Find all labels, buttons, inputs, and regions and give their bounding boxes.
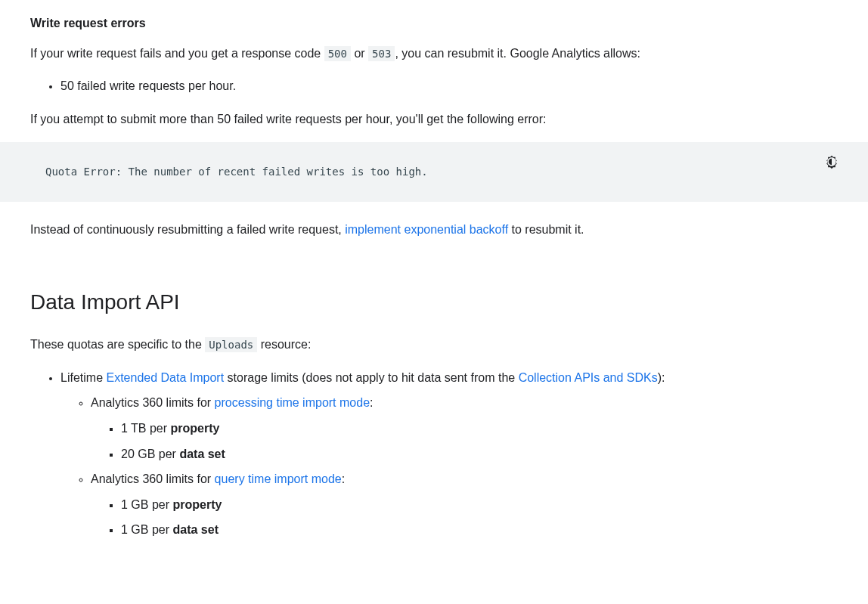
write-errors-intro: If your write request fails and you get … (30, 44, 838, 63)
brightness-icon (824, 154, 839, 169)
text: Analytics 360 limits for (91, 396, 215, 409)
text: 20 GB per (121, 448, 179, 460)
text: ): (658, 371, 665, 384)
backoff-para: Instead of continuously resubmitting a f… (30, 220, 838, 240)
bold-text: property (172, 498, 222, 511)
error-code-text: Quota Error: The number of recent failed… (0, 142, 868, 201)
error-code-block: Quota Error: The number of recent failed… (0, 142, 868, 201)
code-500: 500 (324, 46, 351, 61)
list-item: Analytics 360 limits for query time impo… (91, 469, 838, 540)
text: 1 GB per (121, 523, 172, 536)
text: , you can resubmit it. Google Analytics … (395, 47, 640, 60)
text: : (370, 396, 373, 409)
data-import-heading: Data Import API (30, 286, 838, 320)
extended-data-import-link[interactable]: Extended Data Import (106, 371, 224, 384)
code-uploads: Uploads (205, 337, 257, 352)
list-item: 50 failed write requests per hour. (60, 76, 838, 96)
text: 1 TB per (121, 422, 171, 435)
bold-text: data set (179, 448, 225, 460)
write-errors-heading: Write request errors (30, 14, 838, 33)
backoff-section: Instead of continuously resubmitting a f… (0, 220, 868, 540)
text: Lifetime (60, 371, 106, 384)
text: resource: (257, 338, 311, 351)
documentation-page: Write request errors If your write reque… (0, 0, 868, 576)
write-errors-section: Write request errors If your write reque… (0, 14, 868, 129)
backoff-link[interactable]: implement exponential backoff (345, 223, 508, 236)
text: If your write request fails and you get … (30, 47, 324, 60)
processing-time-link[interactable]: processing time import mode (215, 396, 370, 409)
list-item: Analytics 360 limits for processing time… (91, 393, 838, 463)
list-item: Lifetime Extended Data Import storage li… (60, 368, 838, 540)
data-import-intro: These quotas are specific to the Uploads… (30, 335, 838, 355)
list-item: 20 GB per data set (121, 444, 838, 464)
write-errors-limit-para: If you attempt to submit more than 50 fa… (30, 110, 838, 129)
collection-apis-link[interactable]: Collection APIs and SDKs (519, 371, 658, 384)
dark-light-toggle[interactable] (823, 153, 841, 171)
list-item: 1 TB per property (121, 419, 838, 438)
text: storage limits (does not apply to hit da… (224, 371, 519, 384)
bold-text: data set (172, 523, 218, 536)
write-errors-list: 50 failed write requests per hour. (30, 76, 838, 96)
text: Instead of continuously resubmitting a f… (30, 223, 345, 236)
text: : (342, 472, 345, 485)
bold-text: property (171, 422, 220, 435)
list-item: 1 GB per property (121, 495, 838, 515)
text: These quotas are specific to the (30, 338, 205, 351)
text: Analytics 360 limits for (91, 472, 215, 485)
list-item: 1 GB per data set (121, 520, 838, 540)
text: to resubmit it. (508, 223, 584, 236)
nested-list: Analytics 360 limits for processing time… (60, 393, 838, 540)
query-time-link[interactable]: query time import mode (215, 472, 342, 485)
text: 1 GB per (121, 498, 172, 511)
nested-list: 1 GB per property 1 GB per data set (91, 495, 838, 540)
nested-list: 1 TB per property 20 GB per data set (91, 419, 838, 463)
code-503: 503 (368, 46, 395, 61)
data-import-list: Lifetime Extended Data Import storage li… (30, 368, 838, 540)
text: or (351, 47, 368, 60)
